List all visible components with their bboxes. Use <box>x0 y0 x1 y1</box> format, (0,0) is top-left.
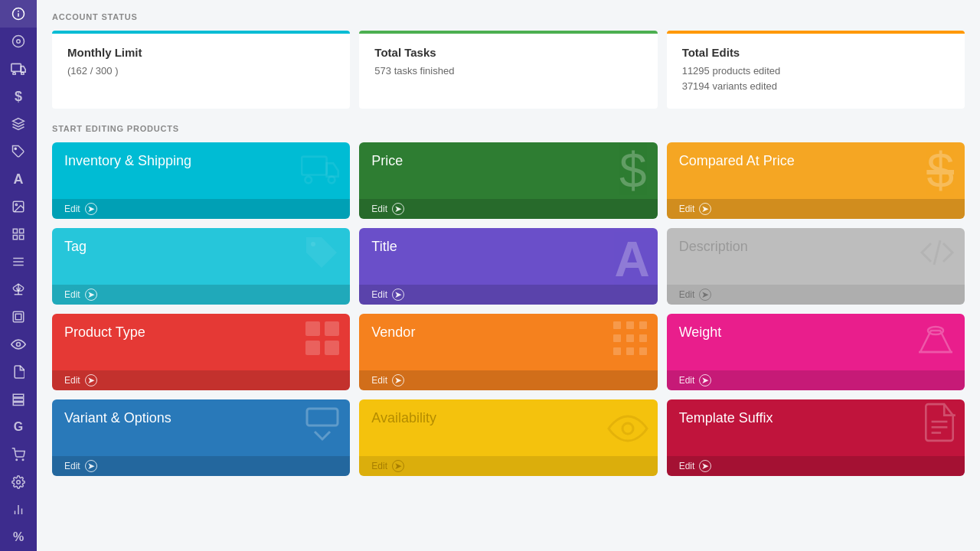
sidebar-icon-delivery[interactable] <box>0 55 37 83</box>
svg-rect-43 <box>613 334 621 342</box>
edit-arrow-description: ➤ <box>699 289 711 301</box>
sidebar-icon-info[interactable] <box>0 0 37 28</box>
svg-point-2 <box>18 11 19 12</box>
tag-big-icon <box>302 234 341 279</box>
edit-card-tag-footer[interactable]: Edit ➤ <box>52 285 350 305</box>
edit-card-weight-footer[interactable]: Edit ➤ <box>667 370 965 390</box>
svg-rect-11 <box>13 229 17 233</box>
stat-tasks-title: Total Tasks <box>374 46 642 59</box>
edit-card-variant-title: Variant & Options <box>64 410 172 426</box>
eye-big-icon <box>607 413 648 450</box>
sidebar-icon-eye[interactable] <box>0 331 37 358</box>
edit-card-template-footer[interactable]: Edit ➤ <box>667 456 965 476</box>
edit-card-compared-footer[interactable]: Edit ➤ <box>667 199 965 219</box>
edit-arrow-template: ➤ <box>699 460 711 472</box>
svg-rect-23 <box>13 399 24 402</box>
edit-card-price[interactable]: Price $ Edit ➤ <box>359 142 657 219</box>
edit-card-compared-title: Compared At Price <box>679 153 795 169</box>
edit-label-product-type: Edit <box>64 375 80 386</box>
edit-arrow-tag: ➤ <box>85 289 97 301</box>
sidebar-icon-sale[interactable] <box>0 110 37 138</box>
edit-card-variant-body: Variant & Options <box>52 399 350 456</box>
sidebar-icon-scale[interactable] <box>0 276 37 303</box>
sidebar-icon-percent[interactable]: % <box>0 523 37 551</box>
edit-label-description: Edit <box>679 289 695 300</box>
edit-card-compared[interactable]: Compared At Price $ Edit ➤ <box>667 142 965 219</box>
stat-card-tasks: Total Tasks 573 tasks finished <box>359 31 657 109</box>
sidebar-icon-font[interactable]: A <box>0 165 37 193</box>
edit-card-availability-footer[interactable]: Edit ➤ <box>359 456 657 476</box>
edit-card-variant-footer[interactable]: Edit ➤ <box>52 456 350 476</box>
edit-card-description[interactable]: Description Edit ➤ <box>667 228 965 305</box>
sidebar-icon-grid[interactable] <box>0 220 37 248</box>
edit-card-tag-title: Tag <box>64 239 87 255</box>
svg-rect-40 <box>613 321 621 329</box>
sidebar-icon-tag[interactable] <box>0 138 37 165</box>
svg-rect-24 <box>13 403 24 406</box>
svg-rect-19 <box>13 311 24 322</box>
edit-label-title: Edit <box>371 289 387 300</box>
stat-edits-detail: 11295 products edited37194 variants edit… <box>682 64 949 93</box>
stat-card-edits: Total Edits 11295 products edited37194 v… <box>667 31 965 109</box>
edit-arrow-product-type: ➤ <box>85 374 97 386</box>
edit-label-inventory: Edit <box>64 204 80 214</box>
sidebar-icon-bar-chart[interactable] <box>0 496 37 523</box>
edit-card-product-type-body: Product Type <box>52 314 350 370</box>
edit-card-description-footer[interactable]: Edit ➤ <box>667 285 965 305</box>
sidebar-icon-cart[interactable] <box>0 441 37 468</box>
svg-rect-14 <box>20 236 24 240</box>
edit-card-weight[interactable]: Weight Edit ➤ <box>667 314 965 390</box>
stat-monthly-detail: (162 / 300 ) <box>67 64 335 79</box>
edit-label-price: Edit <box>371 204 387 214</box>
svg-point-26 <box>22 459 24 461</box>
edit-card-inventory-body: Inventory & Shipping <box>52 142 350 199</box>
edit-card-inventory[interactable]: Inventory & Shipping Edit ➤ <box>52 142 350 219</box>
sidebar-icon-google[interactable]: G <box>0 413 37 441</box>
sidebar-icon-document[interactable] <box>0 358 37 386</box>
edit-arrow-title: ➤ <box>392 289 404 301</box>
svg-rect-22 <box>13 394 24 397</box>
sidebar-icon-image[interactable] <box>0 193 37 220</box>
account-status-title: ACCOUNT STATUS <box>52 12 965 21</box>
svg-point-52 <box>622 423 633 434</box>
edit-label-tag: Edit <box>64 289 80 300</box>
sidebar-icon-list[interactable] <box>0 248 37 276</box>
svg-rect-47 <box>626 347 634 355</box>
svg-rect-45 <box>639 334 647 342</box>
sidebar-icon-box[interactable] <box>0 303 37 331</box>
svg-rect-31 <box>302 157 327 175</box>
edit-label-availability: Edit <box>371 461 387 471</box>
svg-rect-12 <box>20 229 24 233</box>
grid-big-icon <box>304 320 341 364</box>
edit-card-title[interactable]: Title A Edit ➤ <box>359 228 657 305</box>
sidebar-icon-dollar[interactable]: $ <box>0 83 37 110</box>
svg-rect-36 <box>305 321 320 336</box>
edit-card-compared-body: Compared At Price $ <box>667 142 965 199</box>
svg-point-27 <box>17 481 21 484</box>
edit-card-vendor[interactable]: Vendor Edit ➤ <box>359 314 657 390</box>
sidebar-icon-dashboard[interactable] <box>0 28 37 55</box>
svg-line-35 <box>934 240 940 265</box>
edit-card-product-type-footer[interactable]: Edit ➤ <box>52 370 350 390</box>
svg-rect-5 <box>11 64 21 71</box>
edit-card-title-label: Title <box>371 239 397 255</box>
edit-card-product-type[interactable]: Product Type Edit ➤ <box>52 314 350 390</box>
svg-point-34 <box>311 242 315 246</box>
edit-card-title-footer[interactable]: Edit ➤ <box>359 285 657 305</box>
edit-card-availability[interactable]: Availability Edit ➤ <box>359 399 657 476</box>
edit-card-tag[interactable]: Tag Edit ➤ <box>52 228 350 305</box>
stat-monthly-title: Monthly Limit <box>67 46 335 59</box>
edit-card-vendor-footer[interactable]: Edit ➤ <box>359 370 657 390</box>
svg-point-3 <box>13 36 24 47</box>
edit-card-price-footer[interactable]: Edit ➤ <box>359 199 657 219</box>
svg-point-8 <box>15 148 16 149</box>
edit-arrow-inventory: ➤ <box>85 203 97 215</box>
sidebar-icon-layers[interactable] <box>0 386 37 413</box>
edit-card-inventory-footer[interactable]: Edit ➤ <box>52 199 350 219</box>
edit-card-template[interactable]: Template Suffix Edit ➤ <box>667 399 965 476</box>
sidebar-icon-settings[interactable] <box>0 468 37 496</box>
edit-card-variant[interactable]: Variant & Options Edit ➤ <box>52 399 350 476</box>
stat-tasks-detail: 573 tasks finished <box>374 64 642 79</box>
edit-arrow-compared: ➤ <box>699 203 711 215</box>
svg-rect-46 <box>613 347 621 355</box>
